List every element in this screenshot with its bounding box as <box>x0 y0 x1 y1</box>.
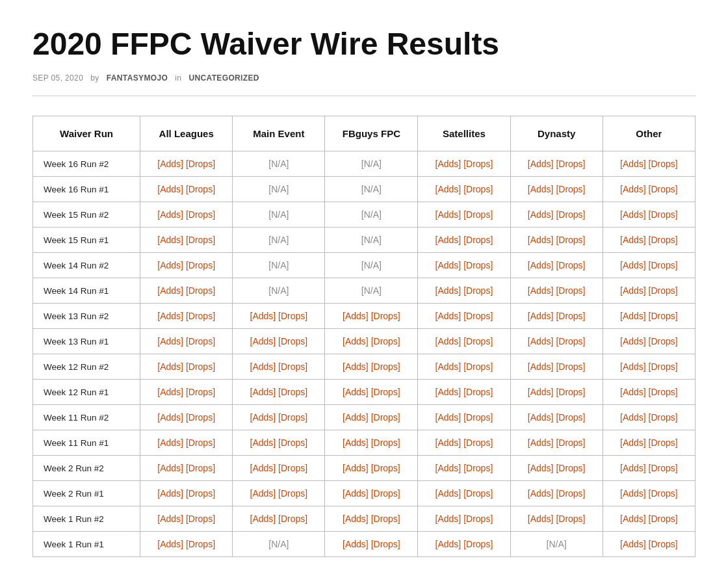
drops-link[interactable]: [Drops] <box>649 488 678 499</box>
adds-link[interactable]: [Adds] <box>620 184 646 194</box>
drops-link[interactable]: [Drops] <box>278 514 307 524</box>
drops-link[interactable]: [Drops] <box>463 412 493 423</box>
adds-link[interactable]: [Adds] <box>157 437 183 448</box>
adds-link[interactable]: [Adds] <box>436 260 462 270</box>
drops-link[interactable]: [Drops] <box>649 260 678 270</box>
adds-link[interactable]: [Adds] <box>436 437 462 448</box>
drops-link[interactable]: [Drops] <box>371 463 400 473</box>
drops-link[interactable]: [Drops] <box>649 159 678 169</box>
drops-link[interactable]: [Drops] <box>649 336 678 346</box>
drops-link[interactable]: [Drops] <box>278 336 307 346</box>
drops-link[interactable]: [Drops] <box>556 361 585 372</box>
adds-link[interactable]: [Adds] <box>157 285 183 296</box>
adds-link[interactable]: [Adds] <box>620 488 646 499</box>
drops-link[interactable]: [Drops] <box>371 387 400 397</box>
drops-link[interactable]: [Drops] <box>186 539 215 549</box>
drops-link[interactable]: [Drops] <box>556 285 585 296</box>
drops-link[interactable]: [Drops] <box>186 285 215 296</box>
drops-link[interactable]: [Drops] <box>649 437 678 448</box>
drops-link[interactable]: [Drops] <box>556 260 585 270</box>
adds-link[interactable]: [Adds] <box>157 235 183 245</box>
adds-link[interactable]: [Adds] <box>343 539 369 549</box>
drops-link[interactable]: [Drops] <box>556 159 585 169</box>
adds-link[interactable]: [Adds] <box>528 336 554 346</box>
adds-link[interactable]: [Adds] <box>157 184 183 194</box>
adds-link[interactable]: [Adds] <box>436 285 462 296</box>
adds-link[interactable]: [Adds] <box>528 361 554 372</box>
drops-link[interactable]: [Drops] <box>649 514 678 524</box>
drops-link[interactable]: [Drops] <box>649 311 678 321</box>
drops-link[interactable]: [Drops] <box>186 463 215 473</box>
adds-link[interactable]: [Adds] <box>157 539 183 549</box>
adds-link[interactable]: [Adds] <box>436 209 462 220</box>
drops-link[interactable]: [Drops] <box>649 387 678 397</box>
adds-link[interactable]: [Adds] <box>436 514 462 524</box>
adds-link[interactable]: [Adds] <box>250 387 276 397</box>
adds-link[interactable]: [Adds] <box>250 412 276 423</box>
adds-link[interactable]: [Adds] <box>528 387 554 397</box>
drops-link[interactable]: [Drops] <box>649 235 678 245</box>
drops-link[interactable]: [Drops] <box>371 336 400 346</box>
drops-link[interactable]: [Drops] <box>556 387 585 397</box>
adds-link[interactable]: [Adds] <box>528 412 554 423</box>
drops-link[interactable]: [Drops] <box>463 311 493 321</box>
drops-link[interactable]: [Drops] <box>463 184 493 194</box>
drops-link[interactable]: [Drops] <box>278 361 307 372</box>
drops-link[interactable]: [Drops] <box>463 463 493 473</box>
post-category[interactable]: UNCATEGORIZED <box>188 73 259 83</box>
drops-link[interactable]: [Drops] <box>463 235 493 245</box>
adds-link[interactable]: [Adds] <box>528 311 554 321</box>
adds-link[interactable]: [Adds] <box>157 387 183 397</box>
drops-link[interactable]: [Drops] <box>463 387 493 397</box>
adds-link[interactable]: [Adds] <box>343 437 369 448</box>
adds-link[interactable]: [Adds] <box>343 387 369 397</box>
adds-link[interactable]: [Adds] <box>436 311 462 321</box>
drops-link[interactable]: [Drops] <box>556 209 585 220</box>
adds-link[interactable]: [Adds] <box>436 361 462 372</box>
drops-link[interactable]: [Drops] <box>463 437 493 448</box>
drops-link[interactable]: [Drops] <box>186 514 215 524</box>
adds-link[interactable]: [Adds] <box>620 285 646 296</box>
drops-link[interactable]: [Drops] <box>463 361 493 372</box>
drops-link[interactable]: [Drops] <box>186 159 215 169</box>
adds-link[interactable]: [Adds] <box>436 184 462 194</box>
drops-link[interactable]: [Drops] <box>556 463 585 473</box>
adds-link[interactable]: [Adds] <box>436 488 462 499</box>
drops-link[interactable]: [Drops] <box>649 412 678 423</box>
adds-link[interactable]: [Adds] <box>620 514 646 524</box>
drops-link[interactable]: [Drops] <box>556 437 585 448</box>
drops-link[interactable]: [Drops] <box>186 437 215 448</box>
adds-link[interactable]: [Adds] <box>250 336 276 346</box>
drops-link[interactable]: [Drops] <box>278 387 307 397</box>
adds-link[interactable]: [Adds] <box>343 463 369 473</box>
drops-link[interactable]: [Drops] <box>371 311 400 321</box>
drops-link[interactable]: [Drops] <box>278 412 307 423</box>
post-author[interactable]: FANTASYMOJO <box>107 73 168 83</box>
adds-link[interactable]: [Adds] <box>620 209 646 220</box>
drops-link[interactable]: [Drops] <box>556 514 585 524</box>
adds-link[interactable]: [Adds] <box>528 159 554 169</box>
adds-link[interactable]: [Adds] <box>250 514 276 524</box>
drops-link[interactable]: [Drops] <box>649 285 678 296</box>
adds-link[interactable]: [Adds] <box>620 311 646 321</box>
adds-link[interactable]: [Adds] <box>250 311 276 321</box>
drops-link[interactable]: [Drops] <box>278 463 307 473</box>
adds-link[interactable]: [Adds] <box>620 159 646 169</box>
drops-link[interactable]: [Drops] <box>371 488 400 499</box>
adds-link[interactable]: [Adds] <box>343 311 369 321</box>
drops-link[interactable]: [Drops] <box>556 235 585 245</box>
drops-link[interactable]: [Drops] <box>556 488 585 499</box>
adds-link[interactable]: [Adds] <box>343 488 369 499</box>
drops-link[interactable]: [Drops] <box>649 463 678 473</box>
adds-link[interactable]: [Adds] <box>528 514 554 524</box>
adds-link[interactable]: [Adds] <box>343 361 369 372</box>
adds-link[interactable]: [Adds] <box>250 488 276 499</box>
adds-link[interactable]: [Adds] <box>436 336 462 346</box>
adds-link[interactable]: [Adds] <box>436 539 462 549</box>
adds-link[interactable]: [Adds] <box>157 412 183 423</box>
drops-link[interactable]: [Drops] <box>186 387 215 397</box>
adds-link[interactable]: [Adds] <box>528 463 554 473</box>
drops-link[interactable]: [Drops] <box>649 539 678 549</box>
drops-link[interactable]: [Drops] <box>463 209 493 220</box>
drops-link[interactable]: [Drops] <box>463 159 493 169</box>
